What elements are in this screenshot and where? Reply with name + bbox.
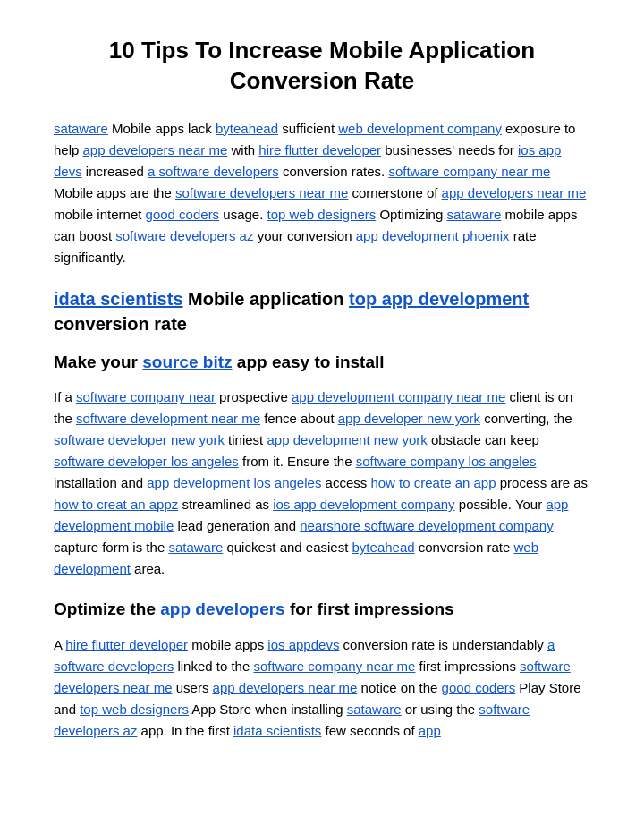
link-app-development-los-angeles[interactable]: app development los angeles — [147, 475, 321, 490]
section-heading-idata: idata scientists Mobile application top … — [54, 286, 590, 336]
link-software-company-los-angeles[interactable]: software company los angeles — [356, 454, 537, 469]
link-app-development-phoenix[interactable]: app development phoenix — [356, 228, 510, 243]
link-web-development-company[interactable]: web development company — [338, 121, 502, 136]
link-ios-appdevs[interactable]: ios appdevs — [267, 637, 339, 652]
link-sataware-1[interactable]: sataware — [54, 121, 108, 136]
link-top-web-designers-2[interactable]: top web designers — [80, 701, 189, 717]
link-app-developers-near-me-2[interactable]: app developers near me — [442, 185, 587, 200]
link-app-developers-optimize[interactable]: app developers — [160, 599, 284, 618]
link-sataware-4[interactable]: sataware — [347, 701, 402, 717]
link-software-developers-az-1[interactable]: software developers az — [115, 228, 253, 243]
link-app-developer-new-york[interactable]: app developer new york — [338, 411, 480, 426]
link-good-coders-2[interactable]: good coders — [442, 680, 516, 695]
link-how-to-creat-an-appz[interactable]: how to creat an appz — [54, 497, 178, 512]
link-software-developers-near-me-1[interactable]: software developers near me — [175, 185, 348, 200]
page-container: 10 Tips To Increase Mobile ApplicationCo… — [0, 0, 644, 795]
link-top-web-designers-1[interactable]: top web designers — [267, 207, 377, 222]
link-hire-flutter-developer-1[interactable]: hire flutter developer — [258, 142, 381, 157]
link-source-bitz[interactable]: source bitz — [142, 353, 232, 371]
install-paragraph: If a software company near prospective a… — [54, 387, 590, 580]
link-good-coders-1[interactable]: good coders — [146, 207, 220, 222]
link-top-app-development[interactable]: top app development — [349, 289, 529, 309]
link-app-development-new-york[interactable]: app development new york — [267, 432, 427, 447]
link-app-development-company-near-me[interactable]: app development company near me — [292, 389, 505, 404]
link-software-developers-1[interactable]: a software developers — [148, 164, 279, 179]
link-software-company-near-me-1[interactable]: software company near me — [388, 164, 550, 179]
link-web-development[interactable]: web development — [54, 540, 538, 576]
section-heading-optimize: Optimize the app developers for first im… — [54, 598, 590, 622]
link-sataware-2[interactable]: sataware — [446, 207, 501, 222]
link-byteahead-1[interactable]: byteahead — [216, 121, 278, 136]
link-app-developers-near-me-1[interactable]: app developers near me — [83, 142, 228, 157]
link-nearshore-software-development-company[interactable]: nearshore software development company — [300, 518, 554, 533]
impressions-paragraph: A hire flutter developer mobile apps ios… — [54, 634, 590, 742]
link-software-developer-new-york[interactable]: software developer new york — [54, 432, 225, 447]
link-ios-app-development-company[interactable]: ios app development company — [273, 497, 454, 512]
link-software-company-near-me-2[interactable]: software company near me — [253, 659, 415, 674]
link-sataware-3[interactable]: sataware — [168, 540, 223, 555]
section-heading-source-bitz: Make your source bitz app easy to instal… — [54, 351, 590, 375]
link-byteahead-2[interactable]: byteahead — [352, 540, 415, 555]
link-software-developer-los-angeles[interactable]: software developer los angeles — [54, 454, 239, 469]
link-idata-scientists-1[interactable]: idata scientists — [54, 289, 183, 309]
intro-paragraph: sataware Mobile apps lack byteahead suff… — [54, 118, 590, 268]
link-app-2[interactable]: app — [419, 723, 441, 738]
link-how-to-create-an-app[interactable]: how to create an app — [370, 475, 496, 490]
link-app-developers-near-me-3[interactable]: app developers near me — [213, 680, 358, 695]
link-software-development-near-me[interactable]: software development near me — [76, 411, 260, 426]
link-software-company-near[interactable]: software company near — [76, 389, 216, 404]
link-idata-scientists-2[interactable]: idata scientists — [233, 723, 321, 738]
link-hire-flutter-developer-2[interactable]: hire flutter developer — [65, 637, 188, 652]
page-title: 10 Tips To Increase Mobile ApplicationCo… — [54, 36, 590, 97]
